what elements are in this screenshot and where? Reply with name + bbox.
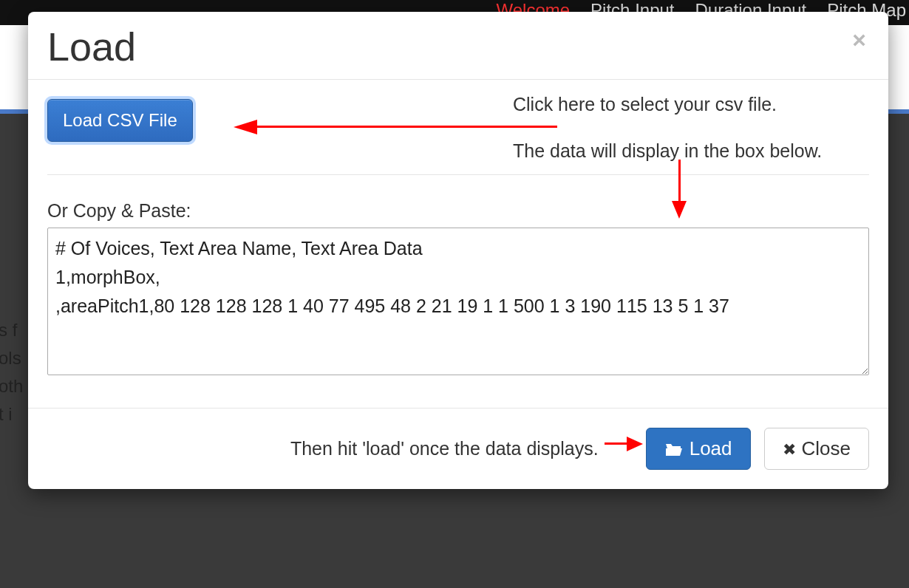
load-button[interactable]: Load: [646, 428, 751, 470]
annotation-arrow-left: [234, 123, 557, 131]
close-button-label: Close: [802, 437, 851, 460]
close-button[interactable]: Close: [764, 428, 869, 470]
modal-footer: Then hit 'load' once the data displays. …: [28, 408, 888, 489]
load-csv-button[interactable]: Load CSV File: [47, 99, 193, 142]
load-button-label: Load: [690, 437, 732, 460]
modal-header: Load ×: [28, 12, 888, 80]
load-modal: Load × Load CSV File Click here to selec…: [28, 12, 888, 489]
folder-open-icon: [664, 441, 684, 457]
modal-body: Load CSV File Click here to select your …: [28, 80, 888, 408]
help-text-line2: The data will display in the box below.: [513, 138, 822, 164]
load-csv-section: Load CSV File Click here to select your …: [47, 99, 869, 142]
csv-textarea[interactable]: [47, 228, 869, 375]
annotation-arrow-right: [605, 440, 643, 448]
close-icon[interactable]: ×: [849, 25, 869, 55]
help-text: Click here to select your csv file. The …: [513, 92, 822, 185]
copy-paste-label: Or Copy & Paste:: [47, 200, 869, 222]
modal-title: Load: [47, 25, 136, 69]
x-icon: [783, 437, 796, 460]
footer-hint: Then hit 'load' once the data displays.: [290, 438, 599, 459]
help-text-line1: Click here to select your csv file.: [513, 92, 822, 117]
